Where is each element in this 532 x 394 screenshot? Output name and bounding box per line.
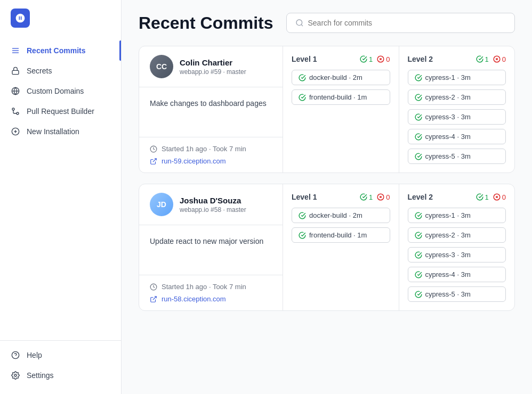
avatar: CC xyxy=(150,55,173,78)
x-circle-icon xyxy=(493,55,501,63)
level-title: Level 2 xyxy=(408,193,433,201)
commit-levels: Level 1 1 0 docker xyxy=(283,46,514,173)
sidebar-bottom: Help Settings xyxy=(0,340,121,394)
job-chip[interactable]: cypress-5 · 3m xyxy=(408,149,506,164)
search-input[interactable] xyxy=(308,19,506,27)
sidebar-logo xyxy=(0,0,121,36)
job-chip[interactable]: docker-build · 2m xyxy=(292,208,390,223)
sidebar-item-pull-request-builder[interactable]: Pull Request Builder xyxy=(0,101,121,121)
job-chip[interactable]: docker-build · 2m xyxy=(292,70,390,85)
svg-line-25 xyxy=(153,296,156,299)
level-column: Level 2 1 0 cypres xyxy=(399,184,515,310)
commit-message: Update react to new major version xyxy=(139,225,283,275)
job-name: cypress-5 · 3m xyxy=(425,152,471,160)
job-check-icon xyxy=(415,232,422,239)
job-name: cypress-4 · 3m xyxy=(425,133,471,141)
level-stats: 1 0 xyxy=(360,193,390,201)
sidebar-item-label: Recent Commits xyxy=(27,46,85,55)
author-meta: webapp.io #58 · master xyxy=(180,206,246,214)
avatar: JD xyxy=(150,193,173,216)
job-check-icon xyxy=(415,251,422,259)
job-name: cypress-3 · 3m xyxy=(425,251,471,259)
job-chip[interactable]: cypress-2 · 3m xyxy=(408,227,506,243)
job-chip[interactable]: cypress-1 · 3m xyxy=(408,208,506,223)
job-name: cypress-5 · 3m xyxy=(425,290,471,298)
svg-rect-3 xyxy=(12,70,19,74)
author-name: Joshua D'Souza xyxy=(180,196,246,205)
job-chip[interactable]: cypress-2 · 3m xyxy=(408,89,506,105)
job-name: cypress-1 · 3m xyxy=(425,211,471,219)
fail-stat: 0 xyxy=(493,55,506,63)
svg-point-13 xyxy=(14,374,17,376)
pass-stat: 1 xyxy=(476,55,489,63)
level-title: Level 2 xyxy=(408,55,433,63)
job-chip[interactable]: cypress-5 · 3m xyxy=(408,286,506,302)
author-meta: webapp.io #59 · master xyxy=(180,68,246,76)
level-title: Level 1 xyxy=(292,193,317,201)
sidebar-item-label: Secrets xyxy=(27,67,52,75)
job-chip[interactable]: cypress-3 · 3m xyxy=(408,247,506,262)
x-circle-icon xyxy=(377,193,384,201)
commit-author: CC Colin Chartier webapp.io #59 · master xyxy=(139,46,283,87)
sidebar-item-settings[interactable]: Settings xyxy=(0,365,121,385)
level-header: Level 1 1 0 xyxy=(292,193,390,201)
sidebar-item-help[interactable]: Help xyxy=(0,345,121,365)
job-check-icon xyxy=(299,74,306,81)
commit-message: Make changes to dashboard pages xyxy=(139,87,283,137)
job-name: docker-build · 2m xyxy=(309,211,362,219)
job-chip[interactable]: cypress-1 · 3m xyxy=(408,70,506,85)
commit-run-link[interactable]: run-58.ciception.com xyxy=(150,295,272,303)
job-chip[interactable]: cypress-4 · 3m xyxy=(408,129,506,144)
pull-request-icon xyxy=(11,106,20,116)
x-circle-icon xyxy=(377,55,384,63)
new-installation-icon xyxy=(11,127,20,136)
secrets-icon xyxy=(11,66,20,76)
sidebar-item-new-installation[interactable]: New Installation xyxy=(0,121,121,142)
sidebar-item-label: Custom Domains xyxy=(27,87,84,95)
job-check-icon xyxy=(415,94,422,101)
commit-run-link[interactable]: run-59.ciception.com xyxy=(150,157,272,165)
help-icon xyxy=(11,350,20,360)
external-link-icon xyxy=(150,158,157,165)
job-check-icon xyxy=(299,232,306,239)
job-chip[interactable]: cypress-4 · 3m xyxy=(408,267,506,282)
check-circle-icon xyxy=(476,193,483,201)
job-chip[interactable]: frontend-build · 1m xyxy=(292,227,390,243)
x-circle-icon xyxy=(493,193,501,201)
job-chip[interactable]: frontend-build · 1m xyxy=(292,89,390,105)
sidebar-item-custom-domains[interactable]: Custom Domains xyxy=(0,81,121,101)
main-header: Recent Commits xyxy=(139,13,515,33)
commits-list: CC Colin Chartier webapp.io #59 · master… xyxy=(139,46,515,311)
job-name: frontend-build · 1m xyxy=(309,231,367,239)
author-name: Colin Chartier xyxy=(180,58,246,67)
commit-levels: Level 1 1 0 docker xyxy=(283,184,514,310)
custom-domains-icon xyxy=(11,86,20,96)
pass-stat: 1 xyxy=(360,193,373,201)
level-header: Level 2 1 0 xyxy=(408,55,506,63)
level-stats: 1 0 xyxy=(476,55,506,63)
sidebar-item-label: Settings xyxy=(27,371,54,380)
sidebar-item-secrets[interactable]: Secrets xyxy=(0,61,121,81)
svg-line-17 xyxy=(153,158,156,161)
svg-point-6 xyxy=(12,108,14,110)
job-check-icon xyxy=(415,74,422,81)
sidebar: Recent Commits Secrets Custom Domains xyxy=(0,0,122,394)
job-check-icon xyxy=(415,291,422,298)
svg-line-15 xyxy=(301,24,303,26)
level-column: Level 1 1 0 docker xyxy=(283,46,399,173)
job-check-icon xyxy=(299,212,306,219)
job-name: cypress-2 · 3m xyxy=(425,93,471,101)
external-link-icon xyxy=(150,296,157,303)
clock-icon xyxy=(150,283,157,291)
job-chip[interactable]: cypress-3 · 3m xyxy=(408,109,506,125)
job-check-icon xyxy=(415,113,422,121)
level-stats: 1 0 xyxy=(476,193,506,201)
svg-point-14 xyxy=(296,20,302,26)
level-stats: 1 0 xyxy=(360,55,390,63)
sidebar-item-recent-commits[interactable]: Recent Commits xyxy=(0,40,121,61)
sidebar-nav: Recent Commits Secrets Custom Domains xyxy=(0,36,121,340)
level-column: Level 1 1 0 docker xyxy=(283,184,399,310)
search-box[interactable] xyxy=(286,13,515,33)
level-header: Level 1 1 0 xyxy=(292,55,390,63)
recent-commits-icon xyxy=(11,46,20,55)
